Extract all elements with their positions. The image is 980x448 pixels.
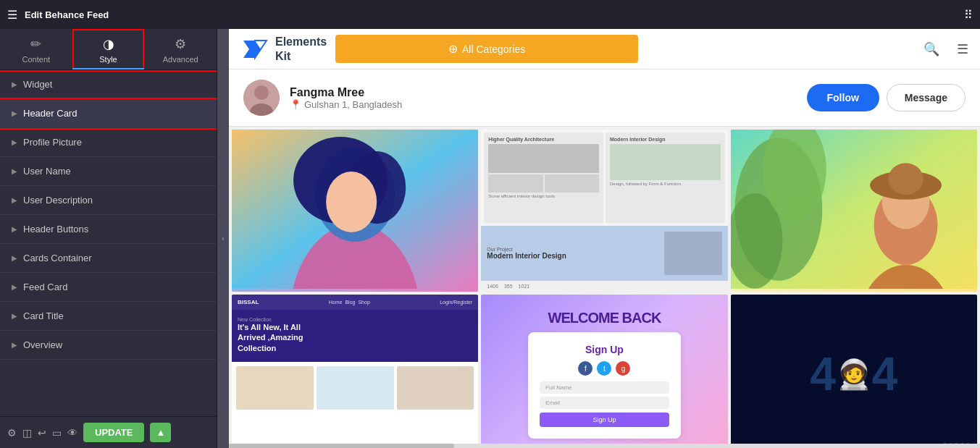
- all-categories-button[interactable]: ⊕ All Categories: [335, 35, 638, 63]
- profile-info: Fangma Mree 📍 Gulshan 1, Bangladesh: [290, 86, 797, 110]
- tab-content-label: Content: [22, 55, 51, 64]
- sidebar-item-header-card-label: Header Card: [23, 108, 77, 119]
- card-website-bissal[interactable]: BISSAL HomeBlogShop Login/Register New C…: [232, 295, 478, 444]
- sidebar-item-feed-label: Feed Card: [23, 282, 67, 292]
- svg-point-10: [326, 172, 377, 232]
- brand-name: ElementsKit: [275, 35, 327, 62]
- plus-circle-icon: ⊕: [448, 42, 458, 56]
- sidebar-item-card-title-label: Card Title: [23, 310, 64, 321]
- google-icon[interactable]: g: [616, 361, 630, 376]
- chevron-icon-username: ▶: [12, 167, 17, 175]
- facebook-icon[interactable]: f: [578, 361, 592, 376]
- svg-marker-0: [243, 41, 261, 58]
- cards-row-1: Higher Quality Architecture Some efficie…: [232, 130, 977, 292]
- tab-style[interactable]: ◑ Style: [72, 29, 145, 69]
- nav-menu-icon[interactable]: ☰: [957, 41, 968, 57]
- card6-number-4-left: 4: [810, 347, 836, 401]
- update-button[interactable]: UPDATE: [83, 423, 144, 442]
- svg-point-3: [254, 85, 269, 100]
- gear-icon[interactable]: ⚙: [7, 427, 17, 439]
- chevron-icon-card-title: ▶: [12, 312, 17, 320]
- eye-icon[interactable]: 👁: [67, 427, 78, 439]
- page-title: Edit Behance Feed: [25, 9, 957, 20]
- content-top-nav: ElementsKit ⊕ All Categories 🔍 ☰: [229, 29, 980, 69]
- sidebar-item-username-label: User Name: [23, 166, 71, 177]
- profile-actions: Follow Message: [807, 84, 966, 111]
- sidebar-item-header-buttons[interactable]: ▶ Header Buttons: [0, 215, 217, 244]
- card-signup[interactable]: WELCOME BACK Sign Up f t g Full Name Ema…: [481, 295, 727, 444]
- hamburger-icon[interactable]: ☰: [7, 8, 17, 22]
- card-nature-illustration[interactable]: [731, 130, 977, 292]
- sidebar-item-card-title[interactable]: ▶ Card Title: [0, 302, 217, 331]
- card4-nav: HomeBlogShop: [329, 300, 370, 305]
- update-dropdown-button[interactable]: ▲: [150, 423, 171, 442]
- chevron-icon-feed: ▶: [12, 283, 17, 291]
- sidebar-item-feed-card[interactable]: ▶ Feed Card: [0, 273, 217, 302]
- card5-social-icons: f t g: [540, 361, 669, 376]
- avatar: [243, 80, 280, 116]
- card5-email-input: Email: [540, 397, 669, 409]
- card5-signup-button[interactable]: Sign Up: [540, 413, 669, 427]
- card-website-mockup[interactable]: Higher Quality Architecture Some efficie…: [481, 130, 727, 292]
- horizontal-scrollbar[interactable]: [229, 444, 980, 448]
- message-button[interactable]: Message: [887, 84, 966, 111]
- sidebar-item-overview-label: Overview: [23, 339, 62, 350]
- tab-style-label: Style: [99, 55, 117, 64]
- sidebar-item-user-name[interactable]: ▶ User Name: [0, 157, 217, 186]
- sidebar-item-overview[interactable]: ▶ Overview: [0, 331, 217, 360]
- chevron-icon-cards: ▶: [12, 254, 17, 262]
- collapse-handle[interactable]: ‹: [217, 29, 229, 448]
- profile-name: Fangma Mree: [290, 86, 797, 99]
- location-text: Gulshan 1, Bangladesh: [304, 99, 402, 110]
- layers-icon[interactable]: ◫: [22, 427, 32, 439]
- card4-hero-title: It's All New, It AllArrived ,AmazingColl…: [238, 322, 472, 353]
- chevron-icon-overview: ▶: [12, 341, 17, 349]
- sidebar-item-widget[interactable]: ▶ Widget: [0, 70, 217, 99]
- svg-point-19: [888, 163, 923, 195]
- card5-title: Sign Up: [540, 344, 669, 355]
- chevron-icon-widget: ▶: [12, 80, 17, 88]
- tab-advanced-label: Advanced: [163, 55, 198, 64]
- undo-icon[interactable]: ↩: [38, 427, 46, 439]
- sidebar-item-cards-label: Cards Container: [23, 253, 92, 263]
- sidebar-item-header-card[interactable]: ▶ Header Card: [0, 99, 217, 128]
- chevron-icon-description: ▶: [12, 196, 17, 204]
- follow-button[interactable]: Follow: [807, 84, 879, 111]
- profile-location: 📍 Gulshan 1, Bangladesh: [290, 99, 797, 110]
- location-icon: 📍: [290, 99, 301, 110]
- bottom-bar: ⚙ ◫ ↩ ▭ 👁 UPDATE ▲: [0, 416, 217, 448]
- content-area: ElementsKit ⊕ All Categories 🔍 ☰ Fangm: [229, 29, 980, 448]
- sidebar-item-user-description[interactable]: ▶ User Description: [0, 186, 217, 215]
- card6-number-4-right: 4: [872, 347, 898, 401]
- card5-fullname-input: Full Name: [540, 381, 669, 394]
- card4-logo: BISSAL: [238, 299, 259, 305]
- advanced-icon: ⚙: [175, 36, 186, 52]
- all-categories-label: All Categories: [462, 43, 525, 55]
- device-icon[interactable]: ▭: [52, 427, 62, 439]
- grid-icon[interactable]: ⠿: [964, 8, 973, 22]
- search-icon[interactable]: 🔍: [924, 41, 939, 57]
- content-icon: ✏: [30, 36, 41, 52]
- cards-row-2: BISSAL HomeBlogShop Login/Register New C…: [232, 295, 977, 444]
- twitter-icon[interactable]: t: [597, 361, 611, 376]
- card-portrait[interactable]: [232, 130, 478, 292]
- card-404[interactable]: 4 🧑‍🚀 4 OOPOS: [731, 295, 977, 444]
- chevron-icon-header-card: ▶: [12, 109, 17, 117]
- brand-logo-icon: [240, 35, 269, 64]
- sidebar-item-cards-container[interactable]: ▶ Cards Container: [0, 244, 217, 273]
- style-icon: ◑: [103, 36, 114, 52]
- sidebar: ✏ Content ◑ Style ⚙ Advanced ▶ Widget ▶ …: [0, 29, 217, 448]
- scrollbar-thumb[interactable]: [229, 444, 454, 448]
- tab-content[interactable]: ✏ Content: [0, 29, 72, 69]
- card6-astronaut-icon: 🧑‍🚀: [836, 358, 872, 392]
- card4-products: [232, 362, 478, 414]
- chevron-icon-buttons: ▶: [12, 225, 17, 233]
- chevron-icon-profile: ▶: [12, 138, 17, 146]
- card4-tag: New Collection: [238, 317, 472, 322]
- sidebar-item-profile-picture[interactable]: ▶ Profile Picture: [0, 128, 217, 157]
- top-bar: ☰ Edit Behance Feed ⠿: [0, 0, 980, 29]
- profile-section: Fangma Mree 📍 Gulshan 1, Bangladesh Foll…: [229, 69, 980, 127]
- tab-bar: ✏ Content ◑ Style ⚙ Advanced: [0, 29, 217, 70]
- cards-grid: Higher Quality Architecture Some efficie…: [229, 127, 980, 444]
- tab-advanced[interactable]: ⚙ Advanced: [144, 29, 217, 69]
